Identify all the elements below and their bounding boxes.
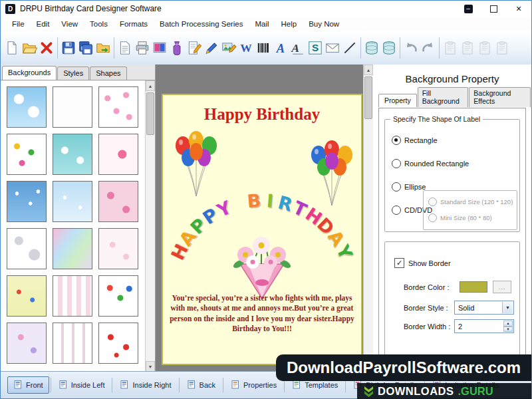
menu-help[interactable]: Help: [275, 18, 303, 30]
bg-daisies[interactable]: [7, 134, 47, 175]
scrollbar-thumb[interactable]: [364, 76, 372, 119]
redo-icon[interactable]: [420, 38, 437, 58]
bg-red-hearts[interactable]: [98, 323, 138, 364]
bg-birthday-text[interactable]: [7, 275, 47, 317]
tab-fill-background[interactable]: Fill Background: [418, 87, 469, 107]
save-all-icon[interactable]: [77, 38, 94, 58]
font-icon[interactable]: A: [272, 38, 289, 58]
tab-label: Back: [200, 381, 215, 389]
open-icon[interactable]: [21, 38, 38, 58]
mail-merge-icon[interactable]: [324, 38, 341, 58]
border-color-swatch[interactable]: [460, 281, 487, 293]
bg-bubbles[interactable]: [7, 228, 47, 269]
card-canvas[interactable]: Happy Birthday: [156, 65, 363, 372]
style-icon[interactable]: S: [307, 38, 324, 58]
note-icon[interactable]: [186, 38, 203, 58]
tab-backgrounds[interactable]: Backgrounds: [2, 66, 57, 80]
clipart-icon[interactable]: [168, 38, 186, 58]
bg-sky-clouds[interactable]: [7, 86, 47, 128]
left-panel-scrollbar[interactable]: ▲ ▼: [145, 80, 155, 372]
skew-text-icon[interactable]: A: [289, 38, 307, 58]
scroll-up-icon[interactable]: ▲: [146, 80, 155, 91]
spin-down-icon[interactable]: ▼: [503, 327, 513, 332]
watermark-brand-suffix: .GURU: [458, 385, 493, 398]
scroll-down-icon[interactable]: ▼: [146, 361, 155, 372]
show-border-checkbox[interactable]: ✓: [394, 258, 404, 268]
menu-batch-processing-series[interactable]: Batch Processing Series: [154, 18, 249, 30]
edit-image-icon[interactable]: [220, 38, 237, 58]
menu-buy-now[interactable]: Buy Now: [303, 18, 345, 30]
close-button[interactable]: ×: [506, 1, 531, 17]
svg-text:A: A: [276, 41, 285, 55]
arc-letter: A: [324, 227, 348, 250]
wordart-icon[interactable]: W: [237, 38, 255, 58]
undo-icon[interactable]: [402, 38, 420, 58]
tab-shapes[interactable]: Shapes: [90, 66, 126, 80]
menu-formats[interactable]: Formats: [114, 18, 154, 30]
bg-balloons[interactable]: [98, 275, 138, 317]
tab-background-effects[interactable]: Background Effects: [469, 87, 531, 107]
toolbar-separator: [400, 37, 400, 59]
bg-faint-hearts[interactable]: [98, 228, 138, 269]
chevron-down-icon[interactable]: ▼: [502, 302, 513, 313]
card-preview[interactable]: Happy Birthday: [162, 94, 362, 365]
show-border-option[interactable]: ✓ Show Border: [394, 258, 451, 268]
tab-property[interactable]: Property: [378, 94, 417, 107]
minimize-button[interactable]: –: [456, 1, 481, 17]
scrollbar-thumb[interactable]: [146, 92, 154, 135]
border-width-spinner[interactable]: 2 ▲ ▼: [454, 319, 514, 333]
bg-stripes-hearts[interactable]: [53, 275, 92, 317]
tab-styles[interactable]: Styles: [57, 66, 89, 80]
border-style-dropdown[interactable]: Solid ▼: [454, 301, 514, 315]
page-setup-icon[interactable]: [116, 38, 134, 58]
tab-front[interactable]: Front: [7, 376, 49, 394]
bg-teal-bunnies[interactable]: [53, 134, 92, 175]
bg-snowflakes[interactable]: [53, 181, 92, 222]
border-color-browse-button[interactable]: ...: [493, 281, 511, 293]
workspace-scrollbar[interactable]: ▲ ▼: [363, 65, 373, 372]
export-icon[interactable]: [94, 38, 112, 58]
bg-pink-flowers[interactable]: [98, 86, 138, 128]
bg-pastel-floral[interactable]: [7, 323, 47, 364]
scroll-up-icon[interactable]: ▲: [364, 65, 373, 75]
bg-pastel-tiedye[interactable]: [53, 228, 92, 269]
bg-pink-bird[interactable]: [98, 134, 138, 175]
tab-inside-left[interactable]: Inside Left: [53, 376, 111, 394]
page-icon: [187, 380, 196, 390]
window-title: DRPU Birthday Card Designer Software: [20, 4, 162, 13]
save-icon[interactable]: [60, 38, 77, 58]
spin-up-icon[interactable]: ▲: [503, 321, 513, 327]
menu-mail[interactable]: Mail: [249, 18, 275, 30]
downloads-guru-logo-icon: [364, 386, 374, 397]
bg-blue-stars[interactable]: [7, 181, 47, 222]
menu-file[interactable]: File: [6, 18, 31, 30]
bg-pink-roses[interactable]: [98, 181, 138, 222]
menu-tools[interactable]: Tools: [84, 18, 114, 30]
radio-rounded-rectangle[interactable]: Rounded Rectangle: [392, 159, 469, 168]
line-tool-icon[interactable]: [341, 38, 358, 58]
scrollbar-track[interactable]: [146, 91, 155, 361]
tab-inside-right[interactable]: Inside Right: [114, 376, 177, 394]
radio-rectangle[interactable]: Rectangle: [392, 136, 438, 145]
pen-tool-icon[interactable]: [203, 38, 220, 58]
insert-image-icon[interactable]: [151, 38, 168, 58]
barcode-icon[interactable]: [255, 38, 272, 58]
radio-ellipse[interactable]: Ellipse: [392, 182, 426, 192]
tab-properties[interactable]: Properties: [225, 376, 283, 394]
print-icon[interactable]: [134, 38, 151, 58]
database-browse-icon[interactable]: [380, 38, 398, 58]
bg-flower-garlands[interactable]: [53, 323, 92, 364]
tab-back[interactable]: Back: [181, 376, 221, 394]
scrollbar-track[interactable]: [364, 75, 373, 361]
new-document-icon[interactable]: [3, 38, 21, 58]
maximize-icon: [490, 5, 497, 13]
menu-edit[interactable]: Edit: [31, 18, 56, 30]
bg-plain-white[interactable]: [53, 86, 92, 128]
radio-mini-size-80-80: Mini Size (80 * 80): [428, 213, 492, 222]
toolbar-separator: [57, 37, 58, 59]
database-icon[interactable]: [363, 38, 380, 58]
menu-view[interactable]: View: [55, 18, 84, 30]
paste-icon: [476, 38, 493, 58]
maximize-button[interactable]: [481, 1, 506, 17]
close-file-icon[interactable]: [38, 38, 55, 58]
